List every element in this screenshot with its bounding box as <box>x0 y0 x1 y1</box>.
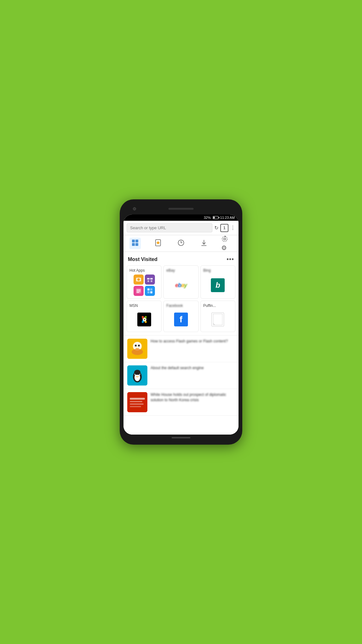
svg-point-20 <box>151 280 152 282</box>
menu-icon[interactable]: ⋮ <box>230 225 235 231</box>
svg-rect-0 <box>132 240 135 242</box>
tab-downloads[interactable] <box>198 238 210 249</box>
tab-count[interactable]: 1 <box>220 224 228 232</box>
svg-point-37 <box>132 349 143 355</box>
svg-rect-50 <box>130 401 142 402</box>
svg-rect-16 <box>146 276 154 283</box>
tile-bing-label: Bing <box>203 268 211 273</box>
tile-msn[interactable]: MSN ✿ <box>127 301 162 332</box>
tile-msn-label: MSN <box>129 303 138 308</box>
news-text-1: How to access Flash games or Flash conte… <box>151 339 235 359</box>
puffin-icon-area <box>203 310 233 329</box>
msn-logo: ✿ <box>137 313 151 326</box>
hot-app-3 <box>134 286 144 296</box>
status-time: 11:23 AM <box>220 216 235 219</box>
tab-grid[interactable] <box>129 238 141 249</box>
main-scroll[interactable]: Most Visited ••• Hot Apps <box>123 252 239 435</box>
hot-app-2 <box>145 275 155 285</box>
download-icon <box>200 239 207 248</box>
browser-content: ↻ 1 ⋮ <box>123 221 239 435</box>
svg-point-11 <box>224 238 226 240</box>
facebook-icon-area: f <box>166 310 195 329</box>
bookmark-icon <box>155 239 162 248</box>
news-thumb-1 <box>127 339 147 359</box>
svg-rect-28 <box>150 288 152 291</box>
tile-puffin-label: Puffin... <box>203 303 216 308</box>
tile-ebay-label: eBay <box>166 268 175 273</box>
svg-text:✿: ✿ <box>142 317 146 322</box>
svg-rect-1 <box>135 240 138 242</box>
bing-icon-area: b <box>203 275 233 296</box>
svg-rect-2 <box>132 243 135 246</box>
svg-point-47 <box>134 370 140 375</box>
news-thumb-3 <box>127 392 147 412</box>
phone-bottom <box>123 435 239 441</box>
grid-icon <box>132 239 139 248</box>
tile-puffin[interactable]: Puffin... <box>200 301 235 332</box>
settings-icon: ⚙ <box>221 236 233 252</box>
hot-app-1 <box>134 275 144 285</box>
hot-app-4 <box>145 286 155 296</box>
tile-hot-apps[interactable]: Hot Apps <box>127 265 162 299</box>
status-bar: 32% 11:23 AM <box>123 214 239 221</box>
phone-screen: 32% 11:23 AM ↻ 1 ⋮ <box>123 214 239 435</box>
ebay-icon-area: ebay <box>166 275 195 296</box>
tile-facebook[interactable]: Facebook f <box>163 301 198 332</box>
news-text-3: White House holds out prospect of diplom… <box>151 392 235 412</box>
news-thumb-2 <box>127 365 147 386</box>
tab-bookmarks[interactable] <box>152 238 164 249</box>
news-text-2: About the default search engine <box>151 365 235 386</box>
more-button[interactable]: ••• <box>227 256 234 263</box>
tile-ebay[interactable]: eBay ebay <box>163 265 198 299</box>
tile-hot-apps-label: Hot Apps <box>129 268 145 273</box>
url-input[interactable] <box>127 223 212 232</box>
news-item-2[interactable]: About the default search engine <box>123 362 239 389</box>
svg-rect-51 <box>130 403 144 405</box>
svg-rect-24 <box>137 291 140 291</box>
puffin-logo <box>211 313 224 326</box>
tile-facebook-label: Facebook <box>166 303 183 308</box>
facebook-logo: f <box>174 313 188 326</box>
svg-rect-49 <box>130 398 145 400</box>
news-item-1[interactable]: How to access Flash games or Flash conte… <box>123 336 239 362</box>
tab-settings[interactable]: ⚙ <box>221 238 233 249</box>
tile-bing[interactable]: Bing b <box>200 265 235 299</box>
svg-point-38 <box>135 345 137 347</box>
svg-point-19 <box>147 280 149 282</box>
svg-rect-27 <box>147 288 150 291</box>
camera <box>133 207 136 210</box>
phone-notch <box>123 203 239 214</box>
svg-rect-25 <box>137 292 139 293</box>
section-title: Most Visited <box>128 257 157 262</box>
svg-rect-26 <box>146 287 154 295</box>
bing-logo: b <box>211 278 225 292</box>
svg-rect-52 <box>130 406 141 407</box>
svg-rect-23 <box>137 290 140 290</box>
svg-rect-33 <box>213 314 222 325</box>
tiles-grid: Hot Apps <box>123 265 239 335</box>
svg-point-15 <box>137 278 140 281</box>
svg-rect-3 <box>135 243 138 246</box>
home-indicator <box>172 437 190 438</box>
speaker <box>168 208 194 210</box>
hot-apps-icons <box>129 275 159 296</box>
refresh-icon[interactable]: ↻ <box>214 225 218 231</box>
battery-percent: 32% <box>204 216 211 219</box>
svg-rect-18 <box>150 278 153 280</box>
svg-point-12 <box>222 236 227 242</box>
svg-marker-5 <box>156 241 160 244</box>
news-list: How to access Flash games or Flash conte… <box>123 335 239 416</box>
svg-rect-29 <box>147 291 150 293</box>
tab-history[interactable] <box>175 238 187 249</box>
most-visited-header: Most Visited ••• <box>123 252 239 265</box>
nav-tabs: ⚙ <box>123 235 239 252</box>
msn-icon-area: ✿ <box>129 310 159 329</box>
svg-rect-17 <box>147 278 150 280</box>
svg-point-39 <box>138 345 140 347</box>
address-bar: ↻ 1 ⋮ <box>123 221 239 235</box>
news-item-3[interactable]: White House holds out prospect of diplom… <box>123 389 239 416</box>
battery-icon <box>213 216 218 219</box>
history-icon <box>178 239 184 248</box>
phone-device: 32% 11:23 AM ↻ 1 ⋮ <box>120 199 242 445</box>
svg-rect-30 <box>150 291 152 293</box>
